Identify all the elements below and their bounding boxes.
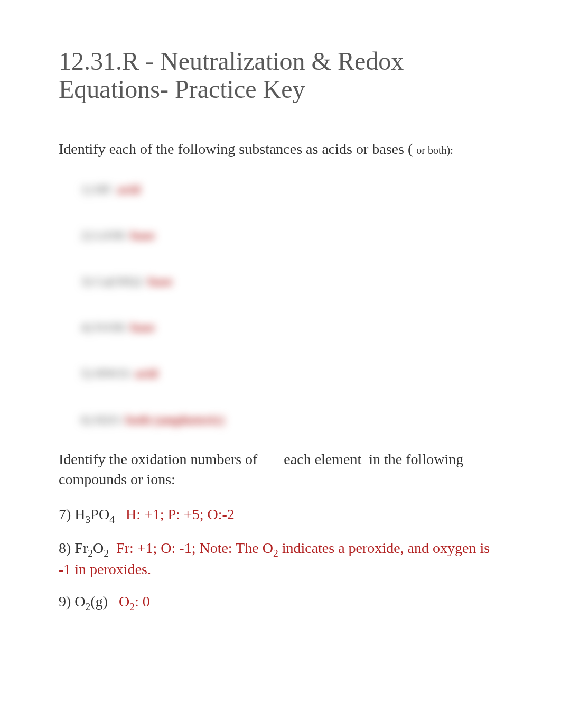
q9-answer: O2: 0 (119, 593, 150, 610)
q7-label: 7) H3PO4 (59, 506, 118, 522)
q8-sub2: 2 (104, 548, 109, 559)
q8-sub1: 2 (88, 548, 93, 559)
list-item: 3) Ca(OH)2: base (81, 273, 505, 290)
item-answer: both (amphoteric) (126, 413, 224, 427)
list-item: 4) FrOH: base (81, 319, 505, 336)
prompt-oxidation: Identify the oxidation numbers ofeach el… (59, 449, 505, 490)
prompt2-a: Identify the oxidation numbers of (59, 451, 257, 467)
q8-label-b: O (93, 540, 104, 556)
item-label: 2) LiOH: (81, 228, 128, 242)
prompt1-tail: or both): (416, 144, 453, 156)
q9-ans-sub: 2 (129, 601, 135, 612)
list-item: 1) HF: acid (81, 181, 505, 198)
item-label: 1) HF: (81, 182, 114, 196)
prompt1-lead: Identify each of the following substance… (59, 141, 413, 157)
q7-answer: H: +1; P: +5; O:-2 (126, 506, 235, 522)
question-8: 8) Fr2O2 Fr: +1; O: -1; Note: The O2 ind… (59, 539, 505, 579)
item-label: 4) FrOH: (81, 320, 128, 334)
prompt2-b: each element (284, 451, 361, 467)
item-answer: acid (135, 366, 158, 380)
prompt-acids-bases: Identify each of the following substance… (59, 141, 505, 158)
q7-label-b: PO (90, 506, 109, 522)
q8-ans-sub: 2 (273, 548, 278, 559)
item-answer: acid (117, 182, 140, 196)
document-page: 12.31.R - Neutralization & Redox Equatio… (0, 0, 561, 728)
item-label: 3) Ca(OH)2: (81, 274, 145, 288)
acid-base-list: 1) HF: acid 2) LiOH: base 3) Ca(OH)2: ba… (59, 181, 505, 428)
q8-answer: Fr: +1; O: -1; Note: The O2 indicates a … (59, 540, 490, 577)
q8-label: 8) Fr2O2 (59, 540, 113, 556)
item-label: 5) HNO3: (81, 366, 132, 380)
list-item: 2) LiOH: base (81, 227, 505, 244)
q9-label-b: (g) (90, 593, 108, 610)
q8-ans-a: Fr: +1; O: -1; Note: The O (116, 540, 273, 556)
q8-label-a: 8) Fr (59, 540, 88, 556)
q9-label-a: 9) O (59, 593, 86, 610)
q9-label: 9) O2(g) (59, 593, 111, 610)
q9-sub: 2 (86, 601, 91, 612)
item-answer: base (131, 320, 155, 334)
item-answer: base (148, 274, 172, 288)
page-title: 12.31.R - Neutralization & Redox Equatio… (59, 48, 505, 104)
q9-ans-a: O (119, 593, 129, 610)
q7-sub1: 3 (86, 514, 91, 525)
q7-sub2: 4 (109, 514, 115, 525)
q7-label-a: 7) H (59, 506, 86, 522)
list-item: 6) H2O: both (amphoteric) (81, 412, 505, 428)
item-answer: base (131, 228, 155, 242)
question-7: 7) H3PO4 H: +1; P: +5; O:-2 (59, 505, 505, 526)
item-label: 6) H2O: (81, 413, 123, 427)
list-item: 5) HNO3: acid (81, 365, 505, 382)
q9-ans-b: : 0 (135, 593, 150, 610)
question-9: 9) O2(g) O2: 0 (59, 592, 505, 613)
